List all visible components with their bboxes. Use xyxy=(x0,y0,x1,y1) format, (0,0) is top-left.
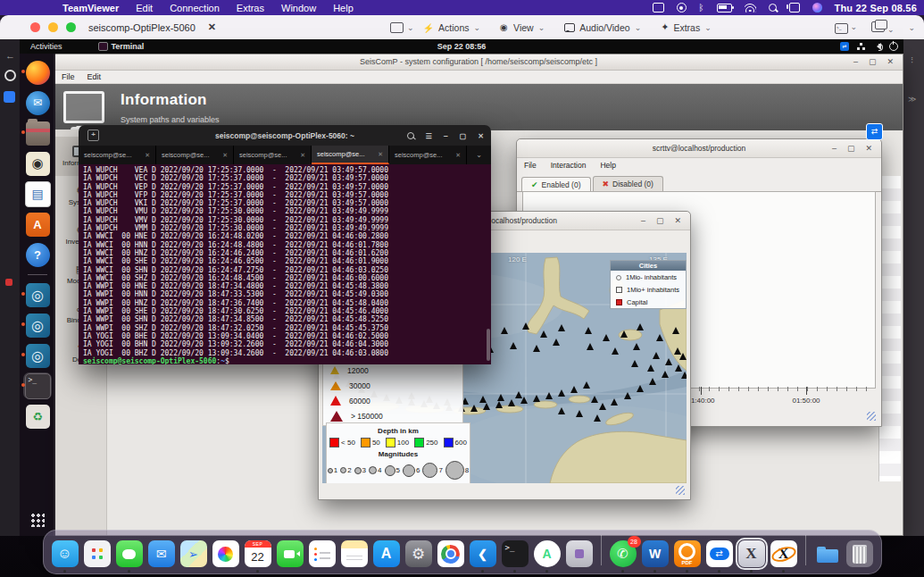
dock-item-downloads[interactable] xyxy=(813,540,842,567)
collapse-toolbar-icon[interactable]: ⌄ xyxy=(908,25,915,30)
sidebar-handle-icon[interactable]: ⁝ xyxy=(911,55,914,65)
dock-item-vscode[interactable] xyxy=(469,540,497,567)
session-close-icon[interactable] xyxy=(208,21,216,33)
dock-item-app-store[interactable] xyxy=(372,540,401,567)
tab-enabled-0[interactable]: ✔Enabled (0) xyxy=(521,177,591,192)
dock-item-teamviewer[interactable] xyxy=(705,540,734,567)
dock-item-reminders[interactable] xyxy=(308,540,337,567)
dock-item-x11[interactable] xyxy=(770,540,798,567)
window-titlebar[interactable]: + seiscomp@seiscomp-OptiPlex-5060: ~ xyxy=(79,125,491,146)
minimize-icon[interactable] xyxy=(444,131,448,140)
dock-item-photos[interactable] xyxy=(212,540,240,567)
maximize-icon[interactable] xyxy=(460,131,467,140)
menubar-item-edit[interactable]: Edit xyxy=(136,3,153,13)
ubuntu-dock-item-terminal[interactable] xyxy=(23,372,52,399)
close-icon[interactable] xyxy=(674,217,681,225)
ubuntu-dock-item-ubuntu-software[interactable] xyxy=(23,211,52,238)
dock-item-maps[interactable] xyxy=(179,540,208,567)
tv-extras-button[interactable]: Extras⌄ xyxy=(661,21,712,33)
ubuntu-dock-item-rhythmbox[interactable] xyxy=(23,150,52,177)
tv-actions-button[interactable]: Actions⌄ xyxy=(423,22,480,33)
terminal-tab-3[interactable]: seiscomp@se...✕ xyxy=(234,146,312,164)
terminal-tab-1[interactable]: seiscomp@se...✕ xyxy=(79,146,156,164)
menubar-item-window[interactable]: Window xyxy=(281,3,316,13)
close-icon[interactable] xyxy=(478,131,484,140)
session-window-button[interactable]: ⌄ xyxy=(835,21,857,34)
expand-handle-icon[interactable]: ≫ xyxy=(908,95,916,104)
dock-item-finder[interactable] xyxy=(51,540,79,567)
tab-close-icon[interactable]: ✕ xyxy=(300,152,305,159)
menubar-item-connection[interactable]: Connection xyxy=(170,3,220,13)
dock-item-remote-desktop[interactable] xyxy=(565,540,594,567)
ubuntu-dock-item-libreoffice[interactable] xyxy=(23,180,52,207)
ubuntu-dock-item-trash[interactable] xyxy=(23,403,52,430)
terminal-output[interactable]: IA WUPCH VEA D 2022/09/20 17:25:37.0000 … xyxy=(79,164,491,364)
tv-view-button[interactable]: View⌄ xyxy=(500,22,545,33)
ubuntu-dock-item-firefox[interactable] xyxy=(23,59,52,86)
minimize-traffic-light[interactable] xyxy=(48,22,58,32)
menu-item-edit[interactable]: Edit xyxy=(87,72,102,81)
tab-close-icon[interactable]: ✕ xyxy=(455,152,461,159)
ring-icon[interactable] xyxy=(4,70,16,81)
minimize-icon[interactable] xyxy=(853,58,858,66)
menu-item-help[interactable]: Help xyxy=(600,161,615,170)
battery-icon[interactable] xyxy=(717,4,732,13)
current-app-menu[interactable]: Terminal xyxy=(98,42,145,51)
search-icon[interactable] xyxy=(407,132,414,139)
ubuntu-dock-item-thunderbird[interactable] xyxy=(23,89,52,116)
menu-item-file[interactable]: File xyxy=(62,72,75,81)
ubuntu-dock-item-files[interactable] xyxy=(23,120,52,146)
dock-item-launchpad[interactable] xyxy=(83,540,112,567)
tab-close-icon[interactable]: ✕ xyxy=(145,152,150,159)
terminal-tab-2[interactable]: seiscomp@se...✕ xyxy=(156,146,234,164)
minimize-icon[interactable] xyxy=(832,145,837,153)
show-applications-icon[interactable] xyxy=(30,513,45,527)
tab-close-icon[interactable]: ✕ xyxy=(222,152,228,159)
window-titlebar[interactable]: scrttv@localhost/production xyxy=(517,139,881,158)
menubar-item-help[interactable]: Help xyxy=(333,3,354,13)
maximize-icon[interactable] xyxy=(869,58,877,66)
dock-item-mail[interactable] xyxy=(147,540,176,567)
ubuntu-dock-item-seiscomp-3[interactable] xyxy=(23,342,52,369)
window-titlebar[interactable]: SeisComP - system configuration [ /home/… xyxy=(54,54,903,71)
minimize-icon[interactable] xyxy=(641,217,645,225)
monitors-button[interactable]: ⌄ xyxy=(871,21,894,34)
activities-button[interactable]: Activities xyxy=(30,42,62,51)
resize-grip[interactable] xyxy=(867,412,876,421)
ubuntu-clock[interactable]: Sep 22 08:56 xyxy=(437,42,487,51)
menu-item-interaction[interactable]: Interaction xyxy=(551,161,587,170)
dock-item-messages[interactable] xyxy=(115,540,144,567)
tabs-overflow-icon[interactable]: ⌄ xyxy=(467,146,491,164)
dock-item-system-settings[interactable] xyxy=(404,540,433,567)
menubar-item-teamviewer[interactable]: TeamViewer xyxy=(62,3,119,13)
menubar-clock[interactable]: Thu 22 Sep 08.56 xyxy=(835,3,917,13)
network-icon[interactable] xyxy=(857,43,865,50)
tab-close-icon[interactable]: ✕ xyxy=(378,151,383,158)
maximize-icon[interactable] xyxy=(656,217,664,225)
stage-manager-icon[interactable] xyxy=(789,3,800,13)
wifi-icon[interactable] xyxy=(745,4,756,13)
dock-item-chrome[interactable] xyxy=(437,540,465,567)
dock-item-facetime[interactable] xyxy=(276,540,304,567)
volume-icon[interactable] xyxy=(873,43,881,50)
dock-item-notes[interactable] xyxy=(340,540,369,567)
bluetooth-icon[interactable]: ᛒ xyxy=(699,4,704,13)
new-tab-icon[interactable]: + xyxy=(87,130,99,141)
close-icon[interactable] xyxy=(887,58,894,66)
dock-item-whatsapp[interactable]: 28 xyxy=(609,540,637,567)
tab-disabled-0[interactable]: ✖Disabled (0) xyxy=(593,176,663,191)
dock-item-xquartz[interactable] xyxy=(737,540,766,567)
ubuntu-dock-item-seiscomp-2[interactable] xyxy=(23,312,52,339)
menu-icon[interactable] xyxy=(426,131,432,140)
maximize-icon[interactable] xyxy=(847,145,855,153)
session-tab[interactable]: seiscomp-OptiPlex-5060 xyxy=(88,22,196,33)
screen-mirroring-icon[interactable] xyxy=(677,3,687,13)
tv-audio-video-button[interactable]: Audio/Video⌄ xyxy=(564,22,641,33)
back-arrow-icon[interactable]: ← xyxy=(5,50,15,61)
spotlight-icon[interactable] xyxy=(769,4,777,12)
siri-icon[interactable] xyxy=(812,3,822,13)
dock-item-foxit-pdf[interactable] xyxy=(673,540,702,567)
zoom-traffic-light[interactable] xyxy=(66,22,76,32)
close-icon[interactable] xyxy=(865,145,872,153)
dock-item-android-studio[interactable] xyxy=(533,540,562,567)
